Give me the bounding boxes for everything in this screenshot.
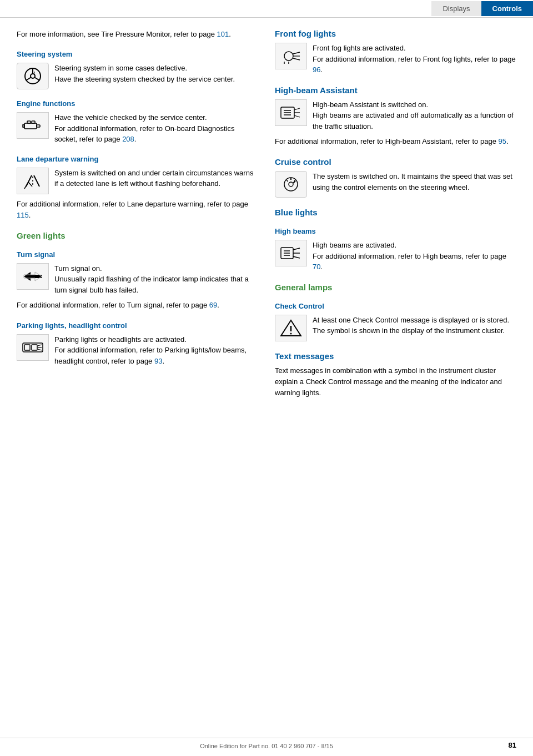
svg-rect-18 [24,345,30,350]
footer-text: Online Edition for Part no. 01 40 2 960 … [200,743,333,749]
engine-text: Have the vehicle checked by the service … [54,112,258,145]
svg-point-23 [284,52,293,61]
page-number: 81 [509,741,516,749]
svg-line-39 [293,181,295,183]
section-header-blue-lights: Blue lights [275,208,516,217]
header: Displays Controls [0,0,533,18]
svg-point-37 [289,182,293,187]
lane-item-row: System is switched on and under certain … [17,168,258,194]
section-header-front-fog: Front fog lights [275,29,516,38]
lane-departure-icon [22,171,44,191]
high-beam-assistant-item-row: High-beam Assistant is switched on. High… [275,99,516,132]
svg-line-22 [38,349,42,350]
steering-item-row: ! Steering system in some cases defectiv… [17,63,258,89]
footer: Online Edition for Part no. 01 40 2 960 … [0,738,533,749]
svg-line-13 [34,175,39,187]
check-control-text-1: At least one Check Control message is di… [313,316,509,335]
svg-line-44 [293,248,300,250]
steering-wheel-icon: ! [22,66,44,86]
high-beam-assistant-additional: For additional information, refer to Hig… [275,136,516,147]
tab-displays[interactable]: Displays [431,1,481,16]
parking-lights-link[interactable]: 93 [154,357,162,365]
intro-link[interactable]: 101 [217,30,229,38]
svg-line-35 [294,115,300,117]
check-control-triangle-icon [280,318,302,338]
section-header-cruise-control: Cruise control [275,157,516,167]
high-beams-icon [275,240,307,266]
turn-signal-icon [17,263,49,290]
front-fog-text-1: Front fog lights are activated. [313,44,406,52]
section-header-high-beams: High beams [275,227,516,235]
front-fog-link[interactable]: 96 [313,65,320,74]
cruise-control-text: The system is switched on. It maintains … [313,171,516,193]
intro-text: For more information, see Tire Pressure … [17,29,258,40]
high-beams-item-row: High beams are activated. For additional… [275,240,516,273]
high-beams-link[interactable]: 70 [313,263,320,271]
steering-text-1: Steering system in some cases defective. [54,64,187,72]
parking-lights-text: Parking lights or headlights are activat… [54,334,258,367]
svg-line-3 [26,78,31,81]
svg-text:!: ! [34,71,35,75]
svg-line-26 [293,58,300,60]
parking-lights-text-1: Parking lights or headlights are activat… [54,335,187,344]
engine-wrench-icon [22,115,44,135]
left-column: For more information, see Tire Pressure … [17,29,258,402]
section-header-steering: Steering system [17,50,258,58]
section-header-high-beam-assistant: High-beam Assistant [275,85,516,95]
turn-signal-additional: For additional information, refer to Tur… [17,300,258,311]
parking-lights-text-2: For additional information, refer to Par… [54,346,247,365]
high-beam-assistant-text: High-beam Assistant is switched on. High… [313,99,516,132]
right-column: Front fog lights Front fog lights are ac… [275,29,516,402]
engine-link[interactable]: 208 [122,135,134,143]
high-beam-assistant-link[interactable]: 95 [498,137,506,145]
section-header-general-lamps: General lamps [275,283,516,292]
turn-signal-arrows-icon [22,266,44,286]
front-fog-text-2: For additional information, refer to Fro… [313,55,516,74]
turn-signal-text-1: Turn signal on. [54,264,102,273]
svg-line-46 [293,256,300,258]
lane-text-1: System is switched on and under certain … [54,169,253,188]
turn-signal-item-row: Turn signal on. Unusually rapid flashing… [17,263,258,296]
high-beam-assistant-text-1: High-beam Assistant is switched on. [313,100,428,109]
section-header-parking-lights: Parking lights, headlight control [17,321,258,330]
engine-item-row: Have the vehicle checked by the service … [17,112,258,145]
svg-rect-7 [27,121,31,123]
turn-signal-text-2: Unusually rapid flashing of the indicato… [54,275,249,294]
svg-rect-19 [32,345,37,350]
engine-text-2: For additional information, refer to On-… [54,124,234,144]
main-content: For more information, see Tire Pressure … [0,18,533,413]
section-header-check-control: Check Control [275,302,516,310]
section-header-engine: Engine functions [17,99,258,108]
check-control-icon [275,315,307,341]
section-header-turn-signal: Turn signal [17,250,258,259]
steering-icon: ! [17,63,49,89]
cruise-control-text-1: The system is switched on. It maintains … [313,172,512,191]
lane-text: System is switched on and under certain … [54,168,258,189]
front-fog-lights-icon [280,46,302,66]
high-beam-assistant-svg-icon [280,103,302,123]
parking-headlight-icon [22,337,44,357]
turn-signal-link[interactable]: 69 [209,301,217,309]
engine-icon [17,112,49,139]
front-fog-icon [275,43,307,69]
section-header-green-lights: Green lights [17,231,258,240]
svg-line-4 [35,78,40,81]
engine-text-1: Have the vehicle checked by the service … [54,113,207,122]
section-header-text-messages: Text messages [275,351,516,361]
svg-line-20 [38,345,42,346]
svg-line-33 [294,108,300,110]
cruise-control-svg-icon [280,174,302,194]
steering-text: Steering system in some cases defective.… [54,63,258,84]
lane-additional-text: For additional information, refer to Lan… [17,199,258,221]
svg-marker-15 [24,272,42,281]
tab-controls[interactable]: Controls [481,1,533,16]
lane-link[interactable]: 115 [17,211,29,219]
high-beams-text: High beams are activated. For additional… [313,240,516,273]
front-fog-text: Front fog lights are activated. For addi… [313,43,516,75]
svg-rect-9 [37,125,40,127]
svg-rect-8 [32,121,35,123]
parking-lights-item-row: Parking lights or headlights are activat… [17,334,258,367]
steering-text-2: Have the steering system checked by the … [54,75,235,83]
turn-signal-text: Turn signal on. Unusually rapid flashing… [54,263,258,296]
cruise-control-icon [275,171,307,198]
